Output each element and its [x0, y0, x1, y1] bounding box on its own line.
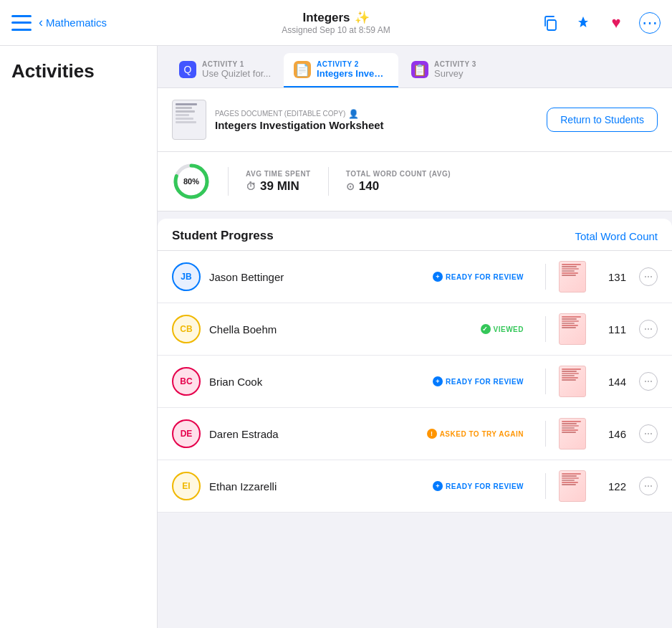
- sidebar: Activities: [0, 46, 158, 628]
- document-thumbnail: [172, 100, 206, 140]
- status-text: READY FOR REVIEW: [446, 482, 524, 490]
- document-mini-thumbnail[interactable]: [559, 261, 586, 292]
- document-type-label: PAGES DOCUMENT (EDITABLE COPY) 👤: [215, 109, 384, 119]
- sparkle-icon: ✨: [355, 10, 370, 25]
- chevron-left-icon: ‹: [39, 15, 43, 30]
- column-divider: [545, 473, 546, 499]
- word-count-value: 146: [600, 428, 626, 440]
- status-dot-icon: +: [433, 376, 443, 386]
- badge-check-icon: ⊙: [346, 181, 355, 192]
- word-count-label: TOTAL WORD COUNT (AVG): [346, 170, 451, 178]
- column-divider: [545, 264, 546, 290]
- progress-circle: 80%: [172, 162, 211, 201]
- clock-icon: ⏱: [246, 181, 256, 192]
- table-row: EI Ethan Izzarelli + READY FOR REVIEW 12…: [158, 460, 672, 513]
- pin-button[interactable]: [573, 13, 593, 33]
- activity-3-icon: 📋: [411, 61, 428, 78]
- column-divider: [545, 316, 546, 342]
- main-layout: Activities Q ACTIVITY 1 Use Quizlet for.…: [0, 46, 672, 628]
- activity-tab-2[interactable]: 📄 ACTIVITY 2 Integers Investi...: [284, 53, 398, 87]
- column-divider: [545, 368, 546, 394]
- table-header: Student Progress Total Word Count: [158, 219, 672, 251]
- activity-1-label: ACTIVITY 1: [202, 60, 271, 68]
- stats-row: 80% AVG TIME SPENT ⏱ 39 MIN TOTAL WORD C…: [158, 152, 672, 211]
- status-text: READY FOR REVIEW: [446, 273, 524, 281]
- word-count-value: 131: [600, 271, 626, 283]
- more-options-button[interactable]: ⋯: [639, 424, 658, 443]
- status-dot-icon: +: [433, 481, 443, 491]
- activity-tab-info-3: ACTIVITY 3 Survey: [434, 60, 476, 79]
- activity-2-icon: 📄: [294, 61, 311, 78]
- total-word-count-header: Total Word Count: [575, 230, 658, 242]
- avg-time-stat: AVG TIME SPENT ⏱ 39 MIN: [246, 170, 311, 194]
- status-text: READY FOR REVIEW: [446, 378, 524, 386]
- avatar: DE: [172, 419, 201, 448]
- more-options-button[interactable]: ⋯: [639, 12, 661, 34]
- main-content: Q ACTIVITY 1 Use Quizlet for... 📄 ACTIVI…: [158, 46, 672, 628]
- student-status: + READY FOR REVIEW: [311, 376, 532, 386]
- back-navigation[interactable]: ‹ Mathematics: [39, 15, 107, 30]
- top-bar-left: ‹ Mathematics: [11, 15, 169, 31]
- student-status: + READY FOR REVIEW: [311, 481, 532, 491]
- activity-tab-3[interactable]: 📋 ACTIVITY 3 Survey: [401, 53, 486, 87]
- stat-divider-1: [228, 167, 229, 196]
- avatar: EI: [172, 472, 201, 500]
- document-mini-thumbnail[interactable]: [559, 418, 586, 449]
- activity-1-icon: Q: [179, 61, 196, 78]
- column-divider: [545, 421, 546, 447]
- avatar: JB: [172, 262, 201, 291]
- document-mini-thumbnail[interactable]: [559, 366, 586, 397]
- table-header-left: Student Progress: [172, 229, 274, 243]
- word-count-value: 122: [600, 480, 626, 493]
- copy-button[interactable]: [540, 13, 560, 33]
- avatar: BC: [172, 367, 201, 396]
- student-status: ✓ VIEWED: [311, 324, 532, 334]
- top-bar: ‹ Mathematics Integers ✨ Assigned Sep 10…: [0, 0, 672, 46]
- sidebar-title: Activities: [11, 60, 145, 82]
- word-count-value: ⊙ 140: [346, 179, 451, 194]
- more-options-button[interactable]: ⋯: [639, 320, 658, 338]
- student-name: Ethan Izzarelli: [209, 480, 302, 493]
- student-status: + READY FOR REVIEW: [311, 272, 532, 282]
- student-name: Daren Estrada: [209, 428, 302, 440]
- activity-2-name: Integers Investi...: [317, 68, 388, 79]
- return-to-students-button[interactable]: Return to Students: [547, 108, 658, 132]
- activity-tab-1[interactable]: Q ACTIVITY 1 Use Quizlet for...: [169, 53, 281, 87]
- more-options-button[interactable]: ⋯: [639, 372, 658, 391]
- activity-1-name: Use Quizlet for...: [202, 68, 271, 79]
- document-mini-thumbnail[interactable]: [559, 470, 586, 502]
- document-mini-thumbnail[interactable]: [559, 313, 586, 345]
- back-label: Mathematics: [46, 16, 107, 29]
- status-badge: ! ASKED TO TRY AGAIN: [427, 429, 524, 439]
- student-progress-table: Student Progress Total Word Count JB Jas…: [158, 219, 672, 513]
- more-options-button[interactable]: ⋯: [639, 477, 658, 495]
- activity-tab-info-2: ACTIVITY 2 Integers Investi...: [317, 60, 388, 79]
- student-name: Chella Boehm: [209, 323, 302, 336]
- sidebar-toggle-button[interactable]: [11, 15, 32, 31]
- heart-button[interactable]: ♥: [606, 13, 626, 33]
- more-options-button[interactable]: ⋯: [639, 267, 658, 286]
- document-title: Integers Investigation Worksheet: [215, 119, 384, 131]
- activities-tabs: Q ACTIVITY 1 Use Quizlet for... 📄 ACTIVI…: [158, 46, 672, 88]
- student-status: ! ASKED TO TRY AGAIN: [311, 429, 532, 439]
- status-badge: + READY FOR REVIEW: [433, 481, 524, 491]
- page-title-row: Integers ✨: [169, 10, 503, 25]
- document-details: PAGES DOCUMENT (EDITABLE COPY) 👤 Integer…: [215, 109, 384, 131]
- student-name: Brian Cook: [209, 376, 302, 388]
- page-subtitle: Assigned Sep 10 at 8:59 AM: [169, 25, 503, 35]
- page-title: Integers: [302, 11, 350, 25]
- document-section: PAGES DOCUMENT (EDITABLE COPY) 👤 Integer…: [158, 88, 672, 152]
- progress-percent: 80%: [183, 177, 199, 186]
- table-row: CB Chella Boehm ✓ VIEWED 111 ⋯: [158, 303, 672, 356]
- avg-time-value: ⏱ 39 MIN: [246, 179, 311, 194]
- avatar: CB: [172, 315, 201, 343]
- status-badge: ✓ VIEWED: [481, 324, 524, 334]
- stat-divider-2: [328, 167, 329, 196]
- activity-2-label: ACTIVITY 2: [317, 60, 388, 68]
- status-dot-icon: ✓: [481, 324, 491, 334]
- word-count-stat: TOTAL WORD COUNT (AVG) ⊙ 140: [346, 170, 451, 194]
- word-count-value: 111: [600, 323, 626, 336]
- document-info: PAGES DOCUMENT (EDITABLE COPY) 👤 Integer…: [172, 100, 384, 140]
- svg-rect-0: [547, 20, 556, 30]
- student-rows-container: JB Jason Bettinger + READY FOR REVIEW 13…: [158, 251, 672, 513]
